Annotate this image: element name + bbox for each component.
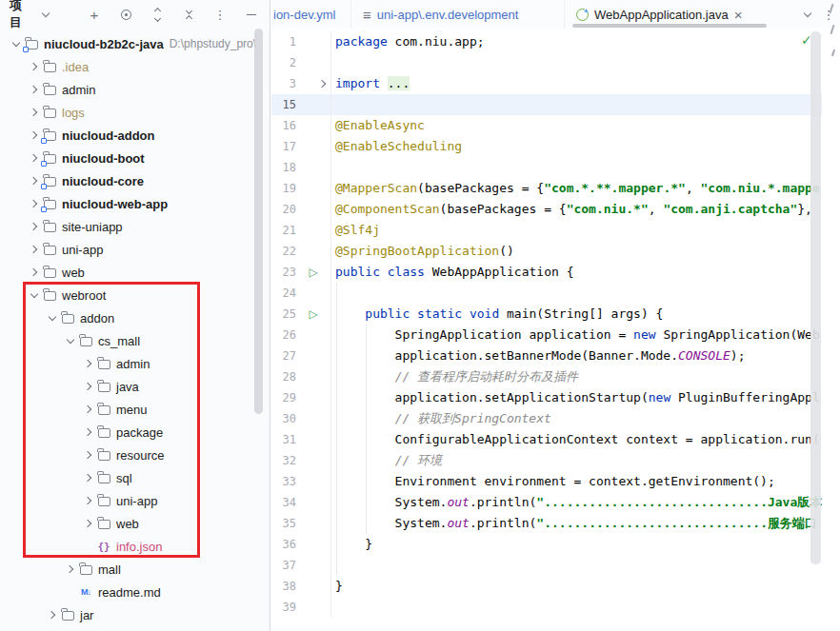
chevron-icon[interactable] bbox=[63, 333, 78, 348]
chevron-icon[interactable] bbox=[45, 310, 60, 325]
code-text: @EnableAsync bbox=[330, 115, 840, 136]
line-number: 36 bbox=[271, 538, 296, 551]
tree-item-web[interactable]: web bbox=[0, 512, 270, 535]
editor-scrollbar[interactable] bbox=[810, 31, 821, 564]
code-text: } bbox=[330, 534, 840, 555]
line-number: 15 bbox=[271, 98, 296, 111]
folder-icon bbox=[96, 493, 111, 508]
hide-panel-button[interactable] bbox=[243, 6, 260, 23]
chevron-icon[interactable] bbox=[27, 265, 42, 280]
tree-item-menu[interactable]: menu bbox=[0, 398, 270, 421]
code-text bbox=[330, 52, 840, 73]
chevron-icon[interactable] bbox=[27, 287, 42, 303]
tree-item--idea[interactable]: .idea bbox=[0, 55, 270, 78]
folder-icon bbox=[78, 562, 93, 577]
tree-item-uni-app[interactable]: uni-app bbox=[0, 238, 270, 261]
tree-item-niucloud-addon[interactable]: niucloud-addon bbox=[0, 124, 270, 147]
chevron-icon[interactable] bbox=[81, 470, 96, 485]
code-line-26: 26 SpringApplication application = new S… bbox=[271, 325, 840, 345]
inspections-ok-check-icon[interactable] bbox=[801, 32, 812, 48]
chevron-icon[interactable] bbox=[81, 493, 96, 508]
tree-item-label: .idea bbox=[62, 60, 89, 74]
tree-item-logs[interactable]: logs bbox=[0, 101, 270, 124]
tree-item-site-uniapp[interactable]: site-uniapp bbox=[0, 215, 270, 238]
line-number: 33 bbox=[271, 475, 296, 488]
more-options-button[interactable] bbox=[211, 6, 229, 23]
close-icon[interactable] bbox=[734, 7, 743, 23]
chevron-icon[interactable] bbox=[27, 242, 42, 257]
tree-item-uni-app[interactable]: uni-app bbox=[0, 489, 270, 512]
select-opened-file-button[interactable] bbox=[117, 6, 134, 23]
tree-item-admin[interactable]: admin bbox=[0, 352, 270, 375]
project-root-path: D:\phpstudy_pro\ bbox=[170, 37, 256, 50]
tree-item-label: cs_mall bbox=[98, 334, 140, 348]
tree-item-label: uni-app bbox=[116, 494, 157, 508]
collapse-all-button[interactable] bbox=[180, 6, 197, 23]
chevron-icon[interactable] bbox=[27, 82, 42, 97]
tab-options-button[interactable] bbox=[818, 0, 839, 29]
line-number: 32 bbox=[271, 454, 296, 467]
project-view-title[interactable]: 项目 bbox=[10, 0, 33, 31]
code-line-34: 34 System.out.println(".................… bbox=[271, 492, 840, 513]
tree-item-admin[interactable]: admin bbox=[0, 78, 270, 101]
chevron-icon[interactable] bbox=[27, 173, 42, 188]
tree-item-label: logs bbox=[62, 106, 85, 120]
kebab-menu-icon bbox=[214, 8, 227, 22]
module-folder-icon bbox=[42, 173, 57, 188]
folder-icon bbox=[60, 607, 75, 622]
tree-item-label: menu bbox=[116, 403, 148, 417]
tree-item-web[interactable]: web bbox=[0, 261, 270, 284]
chevron-icon[interactable] bbox=[81, 424, 96, 440]
chevron-icon[interactable] bbox=[27, 196, 42, 211]
chevron-icon[interactable] bbox=[27, 105, 42, 120]
chevron-icon[interactable] bbox=[45, 607, 60, 622]
tree-item-addon[interactable]: addon bbox=[0, 306, 270, 329]
tree-item-jar[interactable]: jar bbox=[0, 603, 270, 626]
chevron-icon[interactable] bbox=[27, 150, 42, 166]
chevron-icon[interactable] bbox=[81, 516, 96, 531]
chevron-icon[interactable] bbox=[27, 219, 42, 234]
tree-item-package[interactable]: package bbox=[0, 421, 270, 444]
tree-item-niucloud-core[interactable]: niucloud-core bbox=[0, 169, 270, 192]
folder-icon bbox=[96, 379, 111, 394]
code-text: ConfigurableApplicationContext context =… bbox=[330, 429, 840, 450]
add-button[interactable]: + bbox=[86, 6, 103, 23]
tree-item-java[interactable]: java bbox=[0, 375, 270, 398]
chevron-icon[interactable] bbox=[81, 447, 96, 463]
chevron-icon[interactable] bbox=[63, 562, 78, 577]
chevron-icon[interactable] bbox=[81, 402, 96, 417]
chevron-icon[interactable] bbox=[81, 356, 96, 371]
code-editor[interactable]: 1package com.niu.app;23import ...1516@En… bbox=[271, 29, 840, 631]
module-folder-icon bbox=[42, 150, 57, 166]
tree-item-resource[interactable]: resource bbox=[0, 444, 270, 466]
tree-item-readme-md[interactable]: readme.md bbox=[0, 581, 270, 603]
chevron-down-icon[interactable] bbox=[38, 7, 53, 22]
code-text: // 获取到SpringContext bbox=[330, 408, 840, 429]
tree-root-row[interactable]: niucloud-b2b2c-java D:\phpstudy_pro\ bbox=[0, 32, 270, 55]
tree-item-cs-mall[interactable]: cs_mall bbox=[0, 329, 270, 352]
module-folder-icon bbox=[24, 36, 39, 51]
chevron-icon[interactable] bbox=[27, 128, 42, 143]
tab-label: WebAppApplication.java bbox=[594, 8, 729, 22]
chevron-icon[interactable] bbox=[9, 36, 24, 51]
folder-icon bbox=[78, 333, 93, 348]
tree-item-mall[interactable]: mall bbox=[0, 558, 270, 581]
chevron-icon[interactable] bbox=[27, 59, 42, 74]
tree-item-webroot[interactable]: webroot bbox=[0, 284, 270, 306]
chevron-icon[interactable] bbox=[81, 379, 96, 394]
code-line-33: 33 Environment environment = context.get… bbox=[271, 471, 840, 492]
project-panel-scrollbar[interactable] bbox=[254, 29, 263, 414]
expand-all-button[interactable] bbox=[149, 6, 166, 23]
tab-application-dev-yml[interactable]: ion-dev.yml bbox=[271, 0, 351, 29]
fold-arrow-icon[interactable] bbox=[296, 81, 330, 87]
run-button-icon[interactable] bbox=[296, 266, 330, 279]
tab-bar-scrollbar[interactable] bbox=[572, 24, 767, 28]
tree-item-sql[interactable]: sql bbox=[0, 466, 270, 489]
tab-list-dropdown-button[interactable] bbox=[797, 0, 818, 29]
tab-env-development[interactable]: uni-app\.env.development bbox=[351, 0, 565, 29]
tree-item-info-json[interactable]: info.json bbox=[0, 535, 270, 558]
code-line-32: 32 // 环境 bbox=[271, 450, 840, 471]
tree-item-niucloud-boot[interactable]: niucloud-boot bbox=[0, 147, 270, 169]
tree-item-niucloud-web-app[interactable]: niucloud-web-app bbox=[0, 192, 270, 215]
run-button-icon[interactable] bbox=[296, 307, 330, 321]
